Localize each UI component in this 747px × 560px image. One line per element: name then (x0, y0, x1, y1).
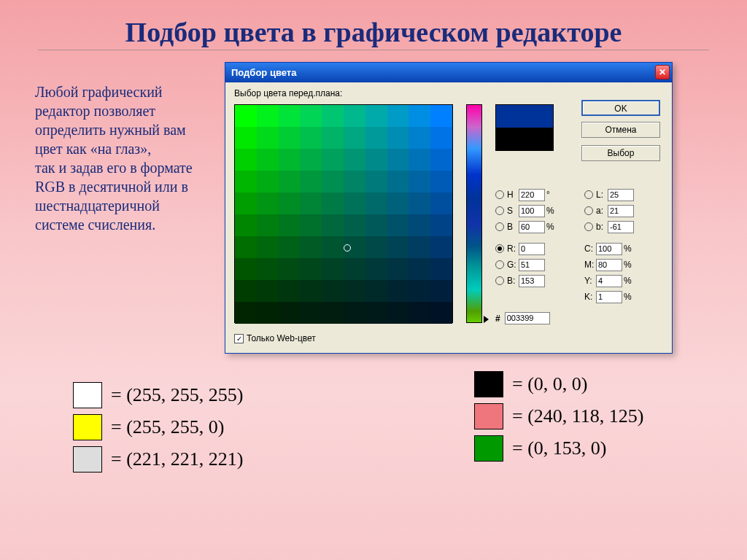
palette-cell[interactable] (279, 302, 301, 324)
palette-cell[interactable] (365, 192, 387, 214)
palette-cell[interactable] (322, 149, 344, 171)
palette-cell[interactable] (300, 192, 322, 214)
palette-cell[interactable] (430, 127, 452, 149)
palette-cell[interactable] (279, 192, 301, 214)
hue-slider[interactable] (466, 104, 482, 323)
palette-cell[interactable] (257, 236, 279, 258)
palette-cell[interactable] (409, 258, 430, 280)
palette-cell[interactable] (322, 280, 344, 302)
palette-cell[interactable] (344, 149, 365, 171)
palette-cell[interactable] (300, 280, 322, 302)
palette-cell[interactable] (235, 127, 257, 149)
radio-l[interactable] (584, 190, 593, 199)
palette-cell[interactable] (322, 214, 344, 236)
palette-cell[interactable] (344, 214, 365, 236)
palette-cell[interactable] (409, 302, 430, 324)
palette-cell[interactable] (257, 280, 279, 302)
palette-cell[interactable] (300, 149, 322, 171)
palette-cell[interactable] (279, 236, 301, 258)
palette-cell[interactable] (365, 105, 387, 127)
palette-cell[interactable] (365, 149, 387, 171)
palette-cell[interactable] (344, 105, 365, 127)
radio-b[interactable] (584, 222, 593, 231)
radio-bc[interactable] (495, 276, 504, 285)
palette-cell[interactable] (257, 192, 279, 214)
palette-cell[interactable] (365, 258, 387, 280)
palette-cell[interactable] (235, 214, 257, 236)
palette-cell[interactable] (322, 258, 344, 280)
palette-cell[interactable] (430, 236, 452, 258)
palette-cell[interactable] (409, 192, 430, 214)
palette-cell[interactable] (279, 258, 301, 280)
palette-cell[interactable] (344, 127, 365, 149)
palette-cell[interactable] (409, 280, 430, 302)
palette-cell[interactable] (387, 127, 409, 149)
palette-cell[interactable] (430, 280, 452, 302)
palette-cell[interactable] (300, 105, 322, 127)
palette-cell[interactable] (257, 105, 279, 127)
input-c[interactable]: 100 (596, 243, 622, 255)
palette-cell[interactable] (365, 214, 387, 236)
palette-cell[interactable] (430, 105, 452, 127)
palette-cell[interactable] (257, 171, 279, 192)
palette-cell[interactable] (322, 302, 344, 324)
palette-cell[interactable] (235, 149, 257, 171)
input-m[interactable]: 80 (596, 259, 622, 271)
palette-cell[interactable] (409, 236, 430, 258)
radio-r[interactable] (495, 244, 504, 253)
input-r[interactable]: 0 (519, 243, 545, 255)
palette-cell[interactable] (409, 149, 430, 171)
palette-cell[interactable] (300, 302, 322, 324)
palette-cell[interactable] (257, 214, 279, 236)
palette-cell[interactable] (300, 236, 322, 258)
palette-cell[interactable] (387, 192, 409, 214)
palette-cell[interactable] (300, 214, 322, 236)
palette-cell[interactable] (344, 171, 365, 192)
input-hex[interactable]: 003399 (505, 312, 550, 324)
radio-a[interactable] (584, 206, 593, 215)
palette-cell[interactable] (235, 302, 257, 324)
palette-cell[interactable] (235, 192, 257, 214)
input-l[interactable]: 25 (608, 189, 634, 201)
palette-cell[interactable] (257, 258, 279, 280)
palette-cell[interactable] (365, 171, 387, 192)
input-bc[interactable]: 153 (519, 275, 545, 287)
palette-cell[interactable] (387, 149, 409, 171)
input-h[interactable]: 220 (519, 189, 545, 201)
palette-cell[interactable] (430, 258, 452, 280)
radio-g[interactable] (495, 260, 504, 269)
palette-cell[interactable] (387, 302, 409, 324)
palette-cell[interactable] (300, 171, 322, 192)
palette-cell[interactable] (387, 280, 409, 302)
palette-cell[interactable] (365, 127, 387, 149)
palette-cell[interactable] (387, 171, 409, 192)
palette-cell[interactable] (300, 258, 322, 280)
palette-cell[interactable] (430, 171, 452, 192)
palette-cell[interactable] (279, 171, 301, 192)
palette-cell[interactable] (430, 149, 452, 171)
palette-cell[interactable] (279, 127, 301, 149)
checkbox-web-only[interactable]: ✓ (234, 334, 244, 343)
palette-cell[interactable] (365, 302, 387, 324)
cancel-button[interactable]: Отмена (581, 122, 660, 138)
palette-cell[interactable] (322, 171, 344, 192)
input-k[interactable]: 1 (596, 291, 622, 303)
palette-cell[interactable] (279, 105, 301, 127)
palette-cell[interactable] (322, 127, 344, 149)
input-bv[interactable]: 60 (519, 221, 545, 233)
radio-h[interactable] (495, 190, 504, 199)
palette-cell[interactable] (279, 149, 301, 171)
palette-cell[interactable] (430, 214, 452, 236)
palette-cell[interactable] (387, 258, 409, 280)
choose-button[interactable]: Выбор (581, 145, 660, 161)
palette-cell[interactable] (235, 280, 257, 302)
palette-cell[interactable] (409, 105, 430, 127)
palette-cell[interactable] (430, 302, 452, 324)
palette-cell[interactable] (257, 149, 279, 171)
input-y[interactable]: 4 (596, 275, 622, 287)
palette-cell[interactable] (322, 236, 344, 258)
palette-cell[interactable] (344, 236, 365, 258)
palette-cell[interactable] (257, 302, 279, 324)
close-icon[interactable]: ✕ (655, 65, 670, 79)
palette-cell[interactable] (300, 127, 322, 149)
